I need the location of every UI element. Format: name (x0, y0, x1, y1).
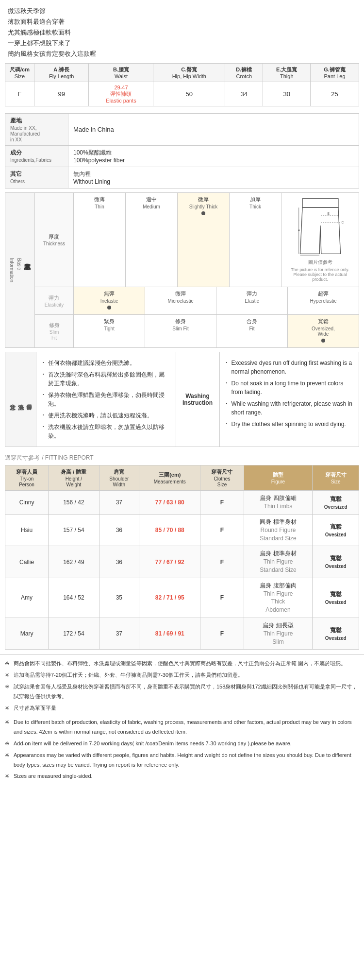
svg-text:A: A (298, 229, 300, 232)
fitting-figure-amy: 扁身 腹部偏肉Thin FigureThickAbdomen (244, 578, 313, 618)
basic-info-section: 基本訊息BasicInformation 厚度Thickness 微薄 Thin… (0, 190, 364, 350)
size-table: 尺碼/cmSize A.褲長Fly Length B.腰寬Waist C.臀寬H… (5, 63, 359, 106)
footnote-en-1: ※ Due to different batch of production, … (5, 718, 359, 737)
ingredients-value: 100%聚酯纖維100%polyester fiber (68, 146, 359, 167)
footnote-en-3: ※ Appearances may be varied with differe… (5, 751, 359, 770)
fitting-shoulder-amy: 35 (99, 578, 139, 618)
washing-en-item-1: Excessive dyes run off during first wash… (226, 357, 353, 378)
washing-en-item-2: Do not soak in a long time to prevent co… (226, 378, 353, 398)
intro-line-5: 簡約風格女孩肯定要收入這款喔 (8, 49, 356, 59)
thickness-row: 厚度Thickness 微薄 Thin 適中 Medium 微厚 Slightl… (35, 193, 359, 287)
size-header-pant: G.褲管寬Pant Leg (311, 64, 359, 82)
fitting-person-callie: Callie (5, 546, 49, 578)
washing-instruction-label: WashingInstruction (176, 352, 220, 447)
fitting-measurements-amy: 82 / 71 / 95 (139, 578, 200, 618)
fitting-header-shoulder: 肩寬ShoulderWidth (99, 465, 139, 491)
intro-line-3: 尤其觸感極佳軟軟面料 (8, 27, 356, 38)
diagram-note: 圖片僅參考 (308, 259, 332, 266)
elasticity-cells: 無彈 Inelastic 微彈 Microelastic 彈力 Elastic … (74, 287, 359, 314)
washing-container: 保養洗滌注意 任何衣物都建議深淺色分開洗滌。 首次洗滌時深色布料易釋於出多餘固色… (5, 352, 359, 447)
origin-section: 產地 Made in XX,Manufacturedin XX Made in … (0, 111, 364, 190)
size-cell-crotch: 34 (225, 82, 263, 106)
size-header-crotch: D.褲檔Crotch (225, 64, 263, 82)
fitting-person-amy: Amy (5, 578, 49, 618)
footnote-en-4: ※ Sizes are measured single-sided. (5, 772, 359, 781)
footnotes-zh: ※ 商品會因不同批製作、布料彈性、水洗處理或測量監等因素，使醒色尺寸與實際商品略… (5, 659, 359, 713)
thickness-dot (201, 211, 205, 215)
fitting-header-size: 穿著尺寸Size (313, 465, 359, 491)
fitting-hw-amy: 164 / 52 (49, 578, 99, 618)
size-header-fly: A.褲長Fly Length (34, 64, 89, 82)
fitting-person-mary: Mary (5, 618, 49, 650)
svg-text:C: C (341, 221, 344, 224)
size-cell-thigh: 30 (263, 82, 311, 106)
washing-zh-list: 任何衣物都建議深淺色分開洗滌。 首次洗滌時深色布料易釋於出多餘固色劑，屬於正常現… (42, 357, 170, 442)
fitting-hw-cinny: 156 / 42 (49, 491, 99, 515)
origin-table: 產地 Made in XX,Manufacturedin XX Made in … (5, 113, 359, 189)
fitting-clothes-size-mary: F (200, 618, 244, 650)
size-cell-fly: 99 (34, 82, 89, 106)
fitting-figure-callie: 扁身 標準身材Thin FigureStandard Size (244, 546, 313, 578)
elasticity-label: 彈力Elasticity (35, 287, 74, 314)
elasticity-elastic: 彈力 Elastic (216, 287, 288, 314)
washing-en-item-3: While washing with refrigerator, please … (226, 398, 353, 418)
washing-zh-item-2: 首次洗滌時深色布料易釋於出多餘固色劑，屬於正常現象。 (42, 369, 170, 389)
elasticity-dot (107, 306, 111, 309)
elasticity-row: 彈力Elasticity 無彈 Inelastic 微彈 Microelasti… (35, 287, 359, 315)
fitting-row-callie: Callie 162 / 49 36 77 / 67 / 92 F 扁身 標準身… (5, 546, 359, 578)
fitting-size-mary: 寬鬆Ovesized (313, 618, 359, 650)
slimfit-fit: 合身 Fit (216, 315, 288, 347)
size-cell-pant: 25 (311, 82, 359, 106)
ingredients-label: 成分 Ingredients,Fabrics (5, 146, 68, 167)
footnotes-section: ※ 商品會因不同批製作、布料彈性、水洗處理或測量監等因素，使醒色尺寸與實際商品略… (0, 654, 364, 785)
fitting-section: 適穿尺寸參考 / FITTING REPORT 穿著人員Try-onPerson… (0, 449, 364, 652)
slimfit-cells: 緊身 Tight 修身 Slim Fit 合身 Fit 寬鬆 Oversized… (74, 315, 359, 347)
intro-section: 微涼秋天季節 薄款面料最適合穿著 尤其觸感極佳軟軟面料 一穿上都不想脫下來了 簡… (0, 0, 364, 63)
thickness-thick: 加厚 Thick (230, 193, 281, 287)
fitting-figure-mary: 扁身 細長型Thin FigureSlim (244, 618, 313, 650)
slimfit-row: 修身SlimFit 緊身 Tight 修身 Slim Fit 合身 Fit (35, 315, 359, 347)
fitting-header-clothes-size: 穿著尺寸ClothesSize (200, 465, 244, 491)
elasticity-hyper: 超彈 Hyperelastic (288, 287, 359, 314)
fitting-measurements-callie: 77 / 67 / 92 (139, 546, 200, 578)
washing-en-list: Excessive dyes run off during first wash… (226, 357, 353, 430)
slimfit-dot (321, 339, 325, 343)
fitting-clothes-size-hsiu: F (200, 515, 244, 546)
thickness-label: 厚度Thickness (35, 193, 74, 287)
footnote-zh-2: ※ 追加商品需等待7-20個工作天；針織、外套、牛仔褲商品則需7-30個工作天，… (5, 671, 359, 680)
fitting-header-hw: 身高 / 體重Height /Weight (49, 465, 99, 491)
size-cell-hip: 50 (153, 82, 225, 106)
pants-svg: B E C A F (296, 198, 345, 256)
size-cell-waist: 29-47彈性褲頭Elastic pants (89, 82, 153, 106)
washing-zh-item-3: 保持衣物色澤鮮豔避免色澤移染，勿長時間浸泡。 (42, 389, 170, 410)
fitting-measurements-cinny: 77 / 63 / 80 (139, 491, 200, 515)
footnote-zh-3: ※ 試穿結果會因每人感受及身材比例穿著習慣而有所不同，身高體重不表示購買的尺寸，… (5, 682, 359, 702)
basic-info-container: 基本訊息BasicInformation 厚度Thickness 微薄 Thin… (5, 192, 359, 348)
fitting-hw-mary: 172 / 54 (49, 618, 99, 650)
washing-zh-item-4: 使用洗衣機洗滌時，請以低速短程洗滌。 (42, 410, 170, 421)
footnote-zh-4: ※ 尺寸皆為單面平量 (5, 704, 359, 713)
footnote-en-2: ※ Add-on item will be delivered in 7-20 … (5, 739, 359, 749)
slimfit-tight: 緊身 Tight (74, 315, 145, 347)
fitting-shoulder-hsiu: 36 (99, 515, 139, 546)
footnote-zh-1: ※ 商品會因不同批製作、布料彈性、水洗處理或測量監等因素，使醒色尺寸與實際商品略… (5, 659, 359, 669)
diagram-note-en: The picture is for refence only. Please … (286, 267, 354, 282)
washing-section: 保養洗滌注意 任何衣物都建議深淺色分開洗滌。 首次洗滌時深色布料易釋於出多餘固色… (0, 350, 364, 449)
slimfit-label: 修身SlimFit (35, 315, 74, 347)
washing-left-items: 任何衣物都建議深淺色分開洗滌。 首次洗滌時深色布料易釋於出多餘固色劑，屬於正常現… (36, 352, 176, 447)
intro-line-1: 微涼秋天季節 (8, 6, 356, 17)
fitting-header-measurements: 三圍(cm)Measurements (139, 465, 200, 491)
fitting-hw-callie: 162 / 49 (49, 546, 99, 578)
washing-right-items: Excessive dyes run off during first wash… (220, 352, 359, 447)
fitting-person-hsiu: Hsiu (5, 515, 49, 546)
size-table-section: 尺碼/cmSize A.褲長Fly Length B.腰寬Waist C.臀寬H… (0, 63, 364, 111)
fitting-shoulder-mary: 37 (99, 618, 139, 650)
others-value: 無內裡Without Lining (68, 167, 359, 189)
fitting-figure-hsiu: 圓身 標準身材Round FigureStandard Size (244, 515, 313, 546)
washing-en-item-4: Dry the clothes after spinning to avoid … (226, 418, 353, 430)
fitting-size-callie: 寬鬆Ovesized (313, 546, 359, 578)
slimfit-oversized: 寬鬆 Oversized,Wide (288, 315, 359, 347)
origin-value: Made in China (68, 114, 359, 146)
thickness-medium: 適中 Medium (126, 193, 178, 287)
fitting-clothes-size-cinny: F (200, 491, 244, 515)
